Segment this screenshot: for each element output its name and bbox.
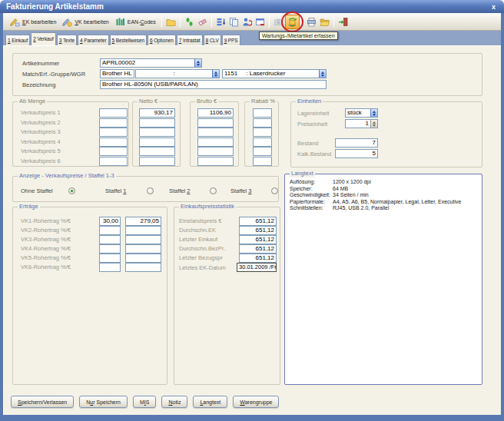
ek-bearbeiten-button[interactable]: EK bearbeiten	[7, 16, 59, 28]
staffel-3-radio[interactable]	[271, 187, 278, 194]
vk3-amount-input[interactable]	[125, 235, 161, 244]
kalk-bestand-input[interactable]: 5	[335, 149, 378, 158]
maintenance-rental-article-button[interactable]	[285, 15, 300, 29]
rabatt-4-input[interactable]	[253, 138, 272, 147]
tab-2-verkauf[interactable]: 2 Verkauf	[31, 32, 56, 45]
nur-speichern-button[interactable]: Nur Speichern	[79, 396, 128, 408]
tab-8-clv[interactable]: 8 CLV	[204, 35, 221, 45]
vk1-percent-input[interactable]: 30,00	[99, 217, 121, 226]
langtext-line: Geschwindigkeit:34 Seiten / min	[290, 192, 479, 198]
user-refresh-button[interactable]	[240, 15, 254, 28]
durchschn-bezpr-input[interactable]: 651,12	[239, 244, 277, 254]
exit-door-icon	[338, 17, 348, 27]
tab-4-parameter[interactable]: 4 Parameter	[78, 35, 109, 45]
vk6-percent-input[interactable]	[99, 263, 121, 272]
spinner-icon[interactable]	[194, 59, 201, 67]
brutto-3-input[interactable]	[197, 128, 234, 137]
netto-4-input[interactable]	[139, 138, 175, 147]
notiz-button[interactable]: Notiz	[161, 396, 187, 408]
folder-flag-button[interactable]	[164, 15, 177, 28]
bezeichnung-input[interactable]: Brother HL-8050N (USB/PAR/LAN)	[100, 80, 327, 89]
langtext-button[interactable]: Langtext	[193, 396, 227, 408]
brutto-6-input[interactable]	[197, 157, 234, 166]
rabatt-6-input[interactable]	[253, 157, 272, 166]
preiseinheit-combo[interactable]: 1	[345, 119, 378, 128]
warengruppe-button[interactable]: Warengruppe	[233, 396, 279, 408]
verkaufspreis-6-label: Verkaufspreis 6	[21, 157, 61, 166]
menge-3-input[interactable]	[99, 128, 128, 137]
tab-6-optionen[interactable]: 6 Optionen	[148, 35, 176, 45]
verkaufspreis-2-label: Verkaufspreis 2	[21, 118, 61, 128]
vk4-percent-input[interactable]	[99, 244, 121, 254]
langtext-line: Speicher:64 MB	[290, 186, 479, 192]
ean-codes-button[interactable]: EAN-Codes	[112, 16, 159, 28]
lagereinheit-combo[interactable]: stück	[345, 108, 378, 118]
bestand-input[interactable]: 7	[335, 138, 378, 148]
brutto-2-input[interactable]	[197, 118, 234, 128]
vk2-amount-input[interactable]	[125, 226, 161, 235]
staffel-2-radio[interactable]	[210, 187, 217, 194]
rabatt-3-input[interactable]	[253, 128, 272, 137]
eraser-button[interactable]	[196, 15, 209, 28]
brutto-1-input[interactable]: 1106,90	[197, 108, 234, 118]
group-langtext: Langtext Auflösung:1200 x 1200 dpi Speic…	[284, 174, 482, 385]
netto-6-input[interactable]	[139, 157, 175, 166]
speichern-verlassen-button[interactable]: Speichern/Verlassen	[11, 396, 74, 408]
rabatt-2-input[interactable]	[253, 118, 272, 128]
kalk-bestand-label: Kalk.Bestand	[297, 150, 331, 159]
menge-1-input[interactable]	[99, 108, 128, 118]
artikelnummer-combo[interactable]: APRL00002	[100, 58, 202, 68]
spinner-icon[interactable]	[212, 70, 219, 78]
netto-2-input[interactable]	[139, 118, 175, 128]
spinner-icon[interactable]	[370, 109, 377, 117]
brutto-4-input[interactable]	[197, 138, 234, 147]
spinner-icon[interactable]	[319, 70, 326, 78]
letztes-ek-datum-input[interactable]: 30.01.2009 /Fr	[237, 263, 277, 272]
verkaufspreis-3-label: Verkaufspreis 3	[21, 128, 61, 137]
vk5-percent-input[interactable]	[99, 254, 121, 263]
vk3-percent-input[interactable]	[99, 235, 121, 244]
window-remove-button[interactable]	[254, 15, 267, 28]
footprints-button[interactable]	[183, 15, 196, 28]
tab-5-bestellwesen[interactable]: 5 Bestellwesen	[110, 35, 147, 45]
menge-6-input[interactable]	[99, 157, 128, 166]
netto-5-input[interactable]	[139, 147, 175, 156]
tab-9-pps[interactable]: 9 PPS	[222, 35, 240, 45]
menge-4-input[interactable]	[99, 138, 128, 147]
vk5-amount-input[interactable]	[125, 254, 161, 263]
netto-1-input[interactable]: 930,17	[139, 108, 175, 118]
vk4-rohertrag-label: VK4-Rohertrag %/€	[21, 244, 71, 254]
vk4-amount-input[interactable]	[125, 244, 161, 254]
vk-bearbeiten-button[interactable]: VK bearbeiten	[59, 16, 111, 28]
menge-2-input[interactable]	[99, 118, 128, 128]
tab-7-intrastat[interactable]: 7 Intrastat	[177, 35, 203, 45]
vk2-percent-input[interactable]	[99, 226, 121, 235]
sort-items-button[interactable]	[214, 15, 227, 28]
print-button[interactable]	[305, 15, 318, 28]
vk6-amount-input[interactable]	[125, 263, 161, 272]
menge-5-input[interactable]	[99, 147, 128, 156]
mis-button[interactable]: MIS	[133, 396, 156, 408]
erf-gruppe-combo[interactable]: :	[135, 69, 220, 78]
tab-1-einkauf[interactable]: 1 Einkauf	[5, 35, 30, 45]
group-anzeige-staffel: Anzeige - Verkaufspreise / Staffel 1-3 O…	[12, 176, 279, 202]
tab-3-texte[interactable]: 3 Texte	[57, 35, 77, 45]
app-window: Fakturierung Artikelstamm x EK bearbeite…	[0, 0, 504, 421]
ohne-staffel-radio[interactable]	[68, 187, 75, 194]
durchschn-ek-input[interactable]: 651,12	[239, 226, 277, 235]
copy-button[interactable]	[227, 15, 240, 28]
rabatt-1-input[interactable]	[253, 108, 272, 118]
close-button[interactable]: x	[489, 3, 498, 11]
netto-3-input[interactable]	[139, 128, 175, 137]
exit-button[interactable]	[337, 15, 350, 28]
open-folder-button[interactable]	[318, 15, 331, 28]
vk1-amount-input[interactable]: 279,05	[125, 217, 161, 226]
einstandspreis-input[interactable]: 651,12	[239, 217, 277, 226]
rabatt-5-input[interactable]	[253, 147, 272, 156]
brutto-5-input[interactable]	[197, 147, 234, 156]
staffel-1-radio[interactable]	[147, 187, 154, 194]
letzter-bezugspr-input[interactable]: 651,12	[239, 254, 277, 263]
letzter-einkauf-input[interactable]: 651,12	[239, 235, 277, 244]
match-field[interactable]: Brother HL	[100, 69, 134, 78]
warengruppe-combo[interactable]: 1151 : Laserdrucker	[222, 69, 327, 78]
